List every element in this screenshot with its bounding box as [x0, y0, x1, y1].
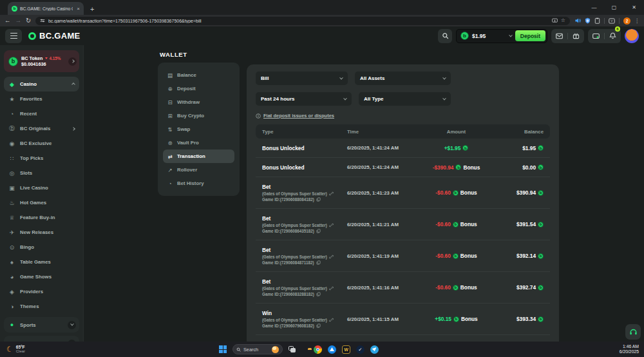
- taskbar-clock[interactable]: 1:46 AM 6/20/2025: [620, 344, 639, 355]
- wallet-menu-item-transaction[interactable]: ⇄Transaction: [163, 150, 234, 163]
- wallet-menu-item-swap[interactable]: ⇅Swap: [163, 122, 234, 136]
- send-to-device-icon[interactable]: [552, 18, 558, 23]
- sidebar-item-table-games[interactable]: ♠Table Games: [4, 255, 79, 269]
- tx-amount: +$1.95: [444, 145, 461, 151]
- telegram-app-icon[interactable]: [370, 345, 379, 354]
- chevron-right-icon: [71, 127, 75, 131]
- column-header-amount: Amount: [419, 129, 493, 135]
- copy-game-id-icon[interactable]: [316, 323, 321, 328]
- taskbar-weather[interactable]: ☾ 65°F Clear: [6, 345, 25, 354]
- bookmark-star-icon[interactable]: ☆: [561, 18, 565, 23]
- game-link-icon[interactable]: [329, 191, 334, 196]
- window-minimize-button[interactable]: —: [584, 0, 604, 14]
- coin-icon: b: [538, 145, 544, 151]
- window-maximize-button[interactable]: ▢: [604, 0, 624, 14]
- wallet-menu-item-withdraw[interactable]: ⊟Withdraw: [163, 95, 234, 109]
- url-text: bc.game/wallet/transaction?time=17503119…: [48, 19, 549, 23]
- wallet-menu-item-vault-pro[interactable]: ⊛Vault Pro: [163, 136, 234, 150]
- checkmark-app-icon[interactable]: ✓: [356, 345, 365, 354]
- copy-game-id-icon[interactable]: [316, 229, 321, 233]
- sidebar-item-hot-games[interactable]: ♨Hot Games: [4, 195, 79, 210]
- token-name: BC Token: [21, 55, 43, 61]
- refresh-icon[interactable]: ↻: [26, 17, 31, 24]
- fiat-dispute-link[interactable]: Fiat deposit issues or disputes: [256, 113, 550, 119]
- chrome-app-icon[interactable]: [314, 345, 322, 354]
- bill-filter-dropdown[interactable]: Bill: [256, 72, 348, 85]
- hamburger-menu-button[interactable]: [5, 29, 22, 43]
- copy-game-id-icon[interactable]: [316, 197, 321, 202]
- wallet-menu-item-deposit[interactable]: ⊕Deposit: [163, 82, 234, 95]
- sidebar-item-bingo[interactable]: ⊙Bingo: [4, 240, 79, 255]
- type-filter-dropdown[interactable]: All Type: [359, 92, 451, 106]
- shield-extension-icon[interactable]: [585, 17, 591, 24]
- bcgame-logo[interactable]: BC.GAME: [28, 31, 80, 41]
- user-avatar[interactable]: [625, 29, 639, 43]
- tab-search-icon[interactable]: [609, 18, 615, 24]
- transaction-row: Bonus Unlocked6/20/2025, 1:41:24 AM+$1.9…: [256, 139, 550, 158]
- wallet-menu-item-balance[interactable]: ▤Balance: [163, 68, 234, 82]
- browser-profile-avatar[interactable]: 2: [623, 17, 630, 24]
- game-link-icon[interactable]: [329, 255, 334, 259]
- wow-app-icon[interactable]: W: [342, 345, 350, 354]
- clipboard-extension-icon[interactable]: [594, 17, 600, 24]
- sidebar-item-favorites[interactable]: ★Favorites: [4, 92, 79, 106]
- sidebar-item-top-picks[interactable]: ∷Top Picks: [4, 151, 79, 166]
- wallet-menu-label: Rollover: [177, 167, 197, 173]
- url-bar[interactable]: bc.game/wallet/transaction?time=17503119…: [35, 17, 570, 25]
- back-icon[interactable]: ←: [5, 17, 11, 24]
- copy-game-id-icon[interactable]: [316, 292, 321, 296]
- sound-extension-icon[interactable]: [574, 17, 581, 24]
- wallet-menu-item-rollover[interactable]: ↗Rollover: [163, 163, 234, 177]
- sidebar-item-bc-originals[interactable]: ⓑBC Originals: [4, 121, 79, 136]
- taskbar-search-box[interactable]: Search: [232, 344, 283, 354]
- sidebar-item-game-shows[interactable]: ◕Game Shows: [4, 269, 79, 284]
- deposit-button[interactable]: Deposit: [515, 30, 545, 41]
- sidebar-item-recent[interactable]: ◔Recent: [4, 106, 79, 121]
- bcgame-logo-text: BC.GAME: [39, 31, 80, 41]
- sidebar-item-live-casino[interactable]: ▣Live Casino: [4, 180, 79, 195]
- sidebar-item-providers[interactable]: ◈Providers: [4, 284, 79, 299]
- browser-toolbar: ← → ↻ bc.game/wallet/transaction?time=17…: [0, 15, 644, 26]
- bc-exclusive-icon: ◉: [8, 140, 15, 147]
- sidebar-item-slots[interactable]: ◎Slots: [4, 166, 79, 180]
- task-view-icon[interactable]: [289, 346, 296, 352]
- sidebar-item-new-releases[interactable]: ✈New Releases: [4, 225, 79, 240]
- notifications-bell-icon[interactable]: [609, 32, 616, 39]
- tx-amount: -$0.60: [435, 253, 451, 259]
- new-tab-button[interactable]: +: [90, 5, 94, 13]
- game-link-icon[interactable]: [329, 286, 334, 291]
- gift-icon[interactable]: [573, 32, 580, 39]
- wallet-menu-item-bet-history[interactable]: ◔Bet History: [163, 177, 234, 190]
- sidebar-item-feature-buy-in[interactable]: ♕Feature Buy-in: [4, 210, 79, 225]
- bc-token-widget[interactable]: b BC Token 4.15% $0.0041636: [4, 50, 79, 72]
- search-button[interactable]: [438, 29, 452, 43]
- wallet-menu-item-buy-crypto[interactable]: ⊞Buy Crypto: [163, 109, 234, 122]
- window-close-button[interactable]: ✕: [624, 0, 644, 14]
- browser-menu-icon[interactable]: ⋮: [634, 18, 639, 24]
- sidebar-item-casino[interactable]: ◆Casino: [4, 77, 79, 92]
- tab-close-icon[interactable]: ×: [75, 6, 80, 12]
- coin-icon: b: [453, 285, 459, 291]
- windows-start-button[interactable]: [219, 345, 227, 353]
- messages-icon[interactable]: [556, 33, 563, 39]
- sidebar-item-themes[interactable]: ◑Themes: [4, 299, 79, 314]
- game-link-icon[interactable]: [329, 318, 334, 322]
- blue-app-icon[interactable]: [328, 345, 336, 354]
- game-link-icon[interactable]: [329, 223, 334, 227]
- site-settings-icon[interactable]: [40, 18, 45, 23]
- tx-bonus-label: Bonus: [461, 316, 478, 322]
- forward-icon[interactable]: →: [15, 17, 22, 24]
- sidebar-item-bc-exclusive[interactable]: ◉BC Exclusive: [4, 136, 79, 151]
- expand-button[interactable]: [68, 321, 76, 329]
- sidebar-item-sports[interactable]: ●Sports: [4, 317, 79, 333]
- browser-tab[interactable]: b BC.GAME: Crypto Casino Game ×: [8, 2, 84, 15]
- deposit-icon: ⊕: [167, 86, 173, 92]
- copy-game-id-icon[interactable]: [316, 260, 321, 265]
- token-expand-button[interactable]: [68, 57, 77, 66]
- assets-filter-dropdown[interactable]: All Assets: [355, 72, 451, 85]
- tx-amount: -$0.60: [435, 284, 451, 291]
- support-button[interactable]: [625, 324, 641, 340]
- period-filter-dropdown[interactable]: Past 24 hours: [256, 92, 352, 106]
- cashier-icon[interactable]: [592, 33, 600, 39]
- balance-selector[interactable]: b $1.95 Deposit: [456, 29, 547, 43]
